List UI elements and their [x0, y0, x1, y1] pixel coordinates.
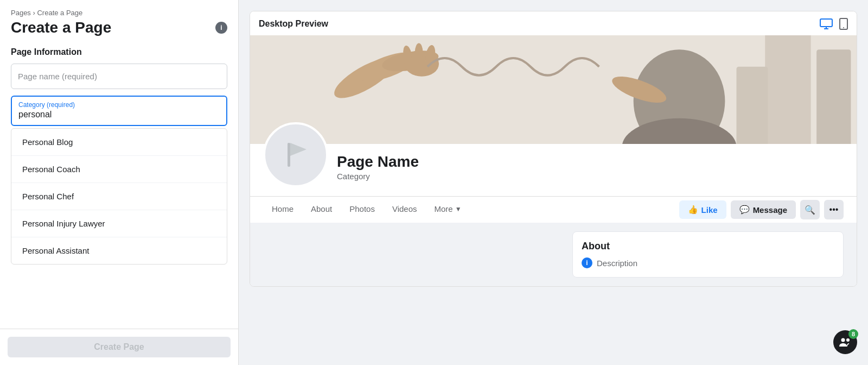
- ellipsis-icon: •••: [829, 205, 839, 215]
- message-button[interactable]: 💬 Message: [731, 200, 796, 219]
- svg-rect-13: [765, 35, 810, 144]
- dropdown-item-personal-chef[interactable]: Personal Chef: [11, 183, 227, 210]
- thumbs-up-icon: 👍: [688, 205, 698, 215]
- svg-rect-14: [816, 49, 851, 144]
- page-nav: Home About Photos Videos More ▼ 👍 Like 💬…: [250, 196, 857, 223]
- page-title: Create a Page i: [11, 19, 227, 36]
- breadcrumb: Pages › Create a Page: [11, 9, 227, 17]
- about-card: About i Description: [572, 231, 844, 278]
- svg-rect-19: [288, 143, 290, 167]
- profile-avatar: [263, 122, 328, 187]
- dropdown-item-personal-coach[interactable]: Personal Coach: [11, 156, 227, 183]
- preview-container: Desktop Preview: [250, 11, 857, 287]
- like-button[interactable]: 👍 Like: [679, 200, 726, 219]
- svg-marker-20: [290, 143, 307, 156]
- nav-tab-videos[interactable]: Videos: [384, 197, 426, 223]
- nav-tabs: Home About Photos Videos More ▼: [263, 197, 470, 223]
- more-options-button[interactable]: •••: [824, 200, 844, 219]
- left-panel: Pages › Create a Page Create a Page i Pa…: [0, 0, 239, 365]
- svg-point-22: [846, 338, 850, 342]
- desktop-icon[interactable]: [820, 18, 833, 29]
- section-title: Page Information: [11, 47, 227, 57]
- profile-name: Page Name: [337, 153, 844, 171]
- about-card-title: About: [582, 241, 834, 252]
- about-section: About i Description: [250, 223, 857, 286]
- profile-section: Page Name Category: [250, 144, 857, 196]
- dropdown-item-personal-injury-lawyer[interactable]: Personal Injury Lawyer: [11, 210, 227, 237]
- category-input[interactable]: [18, 110, 220, 119]
- preview-title: Desktop Preview: [259, 19, 328, 29]
- page-name-input[interactable]: [11, 64, 227, 89]
- cover-photo: [250, 35, 857, 144]
- search-icon: 🔍: [805, 205, 815, 215]
- svg-point-11: [415, 43, 423, 62]
- user-count-badge: 8: [848, 329, 858, 339]
- create-page-button[interactable]: Create Page: [8, 337, 231, 357]
- profile-info: Page Name Category: [337, 153, 844, 187]
- dropdown-item-personal-blog[interactable]: Personal Blog: [11, 129, 227, 156]
- about-description: i Description: [582, 257, 834, 268]
- search-button[interactable]: 🔍: [800, 200, 820, 219]
- svg-rect-15: [737, 67, 768, 144]
- svg-rect-0: [820, 19, 832, 27]
- svg-point-4: [843, 27, 844, 28]
- info-icon[interactable]: i: [215, 22, 227, 34]
- nav-tab-home[interactable]: Home: [263, 197, 302, 223]
- category-input-group: Category (required): [11, 96, 227, 126]
- nav-tab-about[interactable]: About: [302, 197, 341, 223]
- svg-point-21: [841, 338, 845, 342]
- info-circle-icon: i: [582, 257, 592, 268]
- user-count-bubble[interactable]: 8: [833, 330, 857, 354]
- category-label: Category (required): [18, 101, 220, 109]
- create-page-footer: Create Page: [0, 329, 238, 365]
- nav-tab-more[interactable]: More ▼: [426, 197, 470, 223]
- mobile-icon[interactable]: [839, 18, 848, 30]
- profile-category: Category: [337, 172, 844, 181]
- preview-header-bar: Desktop Preview: [250, 11, 857, 35]
- messenger-icon: 💬: [739, 205, 750, 215]
- chevron-down-icon: ▼: [455, 205, 462, 213]
- right-panel: Desktop Preview: [239, 0, 868, 365]
- category-dropdown: Personal Blog Personal Coach Personal Ch…: [11, 128, 227, 265]
- nav-actions: 👍 Like 💬 Message 🔍 •••: [679, 200, 844, 219]
- dropdown-item-personal-assistant[interactable]: Personal Assistant: [11, 237, 227, 264]
- preview-device-icons: [820, 18, 848, 30]
- nav-tab-photos[interactable]: Photos: [341, 197, 384, 223]
